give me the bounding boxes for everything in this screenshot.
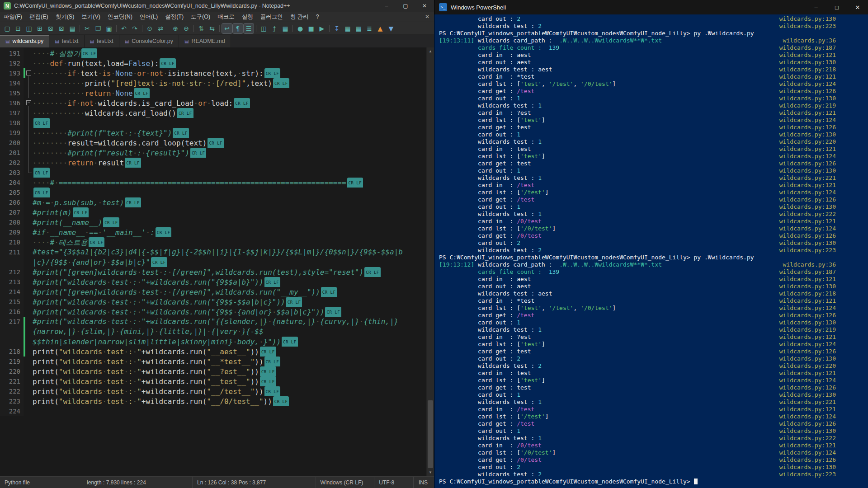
menu-item[interactable]: 실행 — [238, 12, 257, 22]
macro-record-icon[interactable]: ● — [295, 23, 305, 33]
notepadpp-titlebar[interactable]: N C:₩ComfyUI_windows_portable₩ComfyUI₩cu… — [0, 0, 434, 12]
copy-icon[interactable]: ❐ — [93, 23, 103, 33]
status-encoding[interactable]: UTF-8 — [374, 477, 414, 488]
menu-item[interactable]: 설정(T) — [161, 12, 187, 22]
menu-item[interactable]: 인코딩(N) — [104, 12, 136, 22]
ps-minimize-button[interactable]: – — [806, 0, 826, 14]
new-file-icon[interactable]: ▢ — [2, 23, 12, 33]
crlf-marker: CR LF — [208, 138, 224, 148]
fold-margin[interactable]: − — [25, 98, 33, 108]
status-eol-format[interactable]: Windows (CR LF) — [316, 477, 375, 488]
line-number: 193 — [0, 68, 24, 78]
line-number: 202 — [0, 158, 24, 168]
code-text: ········return·resultCR LF — [33, 158, 426, 168]
macro-play-icon[interactable]: ▶ — [317, 23, 327, 33]
tab-test.txt[interactable]: ▤test.txt — [85, 35, 119, 47]
close-button[interactable]: ✕ — [415, 0, 434, 12]
menu-item[interactable]: 찾기(S) — [52, 12, 78, 22]
macro-stop-icon[interactable]: ■ — [306, 23, 316, 33]
zoom-out-icon[interactable]: ⊖ — [181, 23, 191, 33]
maximize-button[interactable]: ▢ — [396, 0, 415, 12]
folder-workspace-icon[interactable]: ▦ — [280, 23, 290, 33]
source-line-ref: wildcards.py:130 — [776, 319, 836, 326]
scroll-up-icon[interactable]: ▲ — [427, 47, 434, 55]
console-text: card get : /test — [439, 312, 534, 319]
console-line: PS C:₩ComfyUI_windows_portable₩ComfyUI₩c… — [439, 254, 836, 261]
indent-guide-icon[interactable]: ☰ — [244, 23, 254, 33]
word-wrap-icon[interactable]: ↩ — [222, 23, 232, 33]
menubar-close-icon[interactable]: ✕ — [420, 14, 434, 20]
plugin-grid2-icon[interactable]: ▦ — [354, 23, 363, 33]
editor-line: 197············wildcards.card_load()CR L… — [0, 108, 426, 118]
paste-icon[interactable]: ▣ — [104, 23, 114, 33]
source-line-ref: wildcards.py:220 — [776, 362, 836, 370]
print-icon[interactable]: ▤ — [67, 23, 77, 33]
fold-collapse-icon[interactable]: − — [26, 70, 31, 75]
open-file-icon[interactable]: ⊡ — [13, 23, 23, 33]
menu-item[interactable]: 파일(F) — [0, 12, 26, 22]
tab-wildcards.py[interactable]: ▤wildcards.py — [0, 35, 49, 47]
redo-icon[interactable]: ↷ — [130, 23, 140, 33]
powershell-titlebar[interactable]: >_ Windows PowerShell – □ ✕ — [434, 0, 868, 14]
replace-icon[interactable]: ⇄ — [156, 23, 165, 33]
ps-close-button[interactable]: ✕ — [847, 0, 868, 14]
console-text: card in : ?est — [439, 109, 531, 117]
console-line: card lst : ['test']wildcards.py:124 — [439, 153, 836, 160]
zoom-in-icon[interactable]: ⊕ — [170, 23, 180, 33]
menu-item[interactable]: 보기(V) — [78, 12, 104, 22]
fold-collapse-icon[interactable]: − — [26, 100, 31, 105]
editor-line: 222print("wildcards·test·:·"+wildcards.r… — [0, 386, 426, 396]
close-all-icon[interactable]: ⊠ — [57, 23, 66, 33]
editor-vertical-scrollbar[interactable]: ▲ ▼ — [426, 47, 434, 476]
crlf-marker: CR LF — [321, 287, 337, 297]
source-line-ref: wildcards.py:124 — [776, 341, 836, 348]
menu-item[interactable]: 편집(E) — [26, 12, 52, 22]
scrollbar-thumb[interactable] — [428, 400, 433, 468]
minimize-button[interactable]: – — [377, 0, 396, 12]
plugin-down-icon[interactable]: ▼ — [386, 23, 396, 33]
tab-test.txt[interactable]: ▤test.txt — [49, 35, 84, 47]
fold-margin — [25, 257, 33, 267]
tab-ConsoleColor.py[interactable]: ▤ConsoleColor.py — [119, 35, 179, 47]
console-text: card get : /test — [439, 196, 534, 203]
console-text: card lst : ['test'] — [439, 153, 545, 160]
plugin-list-icon[interactable]: ≣ — [364, 23, 374, 33]
tab-README.md[interactable]: ▤README.md — [179, 35, 231, 47]
sync-vertical-icon[interactable]: ⇅ — [196, 23, 206, 33]
plugin-grid-icon[interactable]: ▦ — [343, 23, 353, 33]
find-icon[interactable]: ⊙ — [145, 23, 155, 33]
document-map-icon[interactable]: ◫ — [259, 23, 269, 33]
ps-maximize-button[interactable]: □ — [826, 0, 847, 14]
close-icon[interactable]: ⊠ — [46, 23, 56, 33]
source-line-ref: wildcards.py:126 — [776, 88, 836, 95]
menu-item[interactable]: 도구(O) — [187, 12, 214, 22]
save-all-icon[interactable]: ⊞ — [35, 23, 45, 33]
undo-icon[interactable]: ↶ — [119, 23, 129, 33]
menu-item[interactable]: 플러그인 — [257, 12, 287, 22]
cut-icon[interactable]: ✂ — [82, 23, 92, 33]
sync-horizontal-icon[interactable]: ⇆ — [207, 23, 217, 33]
fold-margin[interactable]: − — [25, 68, 33, 78]
tab-label: test.txt — [97, 38, 113, 44]
console-text: wildcards test : aest — [439, 290, 552, 297]
console-output[interactable]: card out : 2wildcards.py:130 wildcards t… — [434, 14, 868, 488]
menu-item[interactable]: 매크로 — [214, 12, 238, 22]
code-text: ········if·text·is·None·or·not·isinstanc… — [33, 68, 426, 78]
editor[interactable]: 191····#·실행기CR LF192····def·run(text,loa… — [0, 47, 434, 476]
toolbar: ▢⊡◫⊞⊠⊠▤✂❐▣↶↷⊙⇄⊕⊖⇅⇆↩¶☰◫ƒ▦●■▶↧▦▦≣▲▼ — [0, 22, 434, 35]
plugin-up-icon[interactable]: ▲ — [375, 23, 385, 33]
save-icon[interactable]: ◫ — [24, 23, 34, 33]
menu-item[interactable]: 언어(L) — [136, 12, 161, 22]
show-all-characters-icon[interactable]: ¶ — [233, 23, 243, 33]
console-text: wildcards test : 1 — [439, 326, 542, 333]
plugin-download-icon[interactable]: ↧ — [332, 23, 342, 33]
console-text: PS C:₩ComfyUI_windows_portable₩ComfyUI₩c… — [439, 478, 698, 485]
toolbar-separator — [168, 25, 168, 32]
console-line: card get : /testwildcards.py:126 — [439, 312, 836, 319]
console-line: card in : aestwildcards.py:121 — [439, 52, 836, 59]
menu-item[interactable]: 창 관리 — [287, 12, 312, 22]
status-insert-mode[interactable]: INS — [414, 477, 434, 488]
scroll-down-icon[interactable]: ▼ — [427, 469, 434, 476]
function-list-icon[interactable]: ƒ — [269, 23, 279, 33]
menu-item[interactable]: ? — [312, 12, 323, 22]
